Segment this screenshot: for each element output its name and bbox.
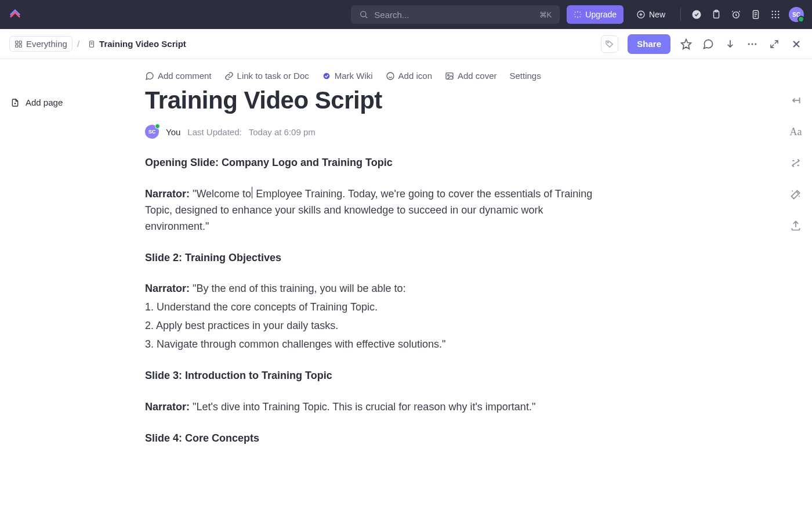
list-item-2[interactable]: 2. Apply best practices in your daily ta… <box>145 318 603 334</box>
comment-plus-icon <box>145 71 154 81</box>
upload-icon[interactable] <box>789 219 802 232</box>
collapse-icon[interactable] <box>768 38 781 50</box>
star-icon[interactable] <box>680 38 693 50</box>
breadcrumb-separator: / <box>77 39 79 49</box>
svg-point-41 <box>448 74 449 76</box>
document-icon[interactable] <box>749 8 762 21</box>
format-rail: Aa <box>780 59 812 506</box>
author-avatar[interactable]: SC <box>145 125 159 139</box>
byline: SC You Last Updated: Today at 6:09 pm <box>145 125 603 139</box>
new-button[interactable]: New <box>630 5 671 24</box>
svg-point-15 <box>778 11 779 12</box>
svg-rect-23 <box>19 41 21 43</box>
comment-icon[interactable] <box>702 38 715 50</box>
doc-actions-bar: Add comment Link to task or Doc Mark Wik… <box>145 71 603 81</box>
svg-marker-30 <box>682 39 691 49</box>
breadcrumb-page[interactable]: Training Video Script <box>84 37 190 51</box>
add-page-icon <box>10 98 20 107</box>
page-title[interactable]: Training Video Script <box>145 86 603 114</box>
outdent-icon[interactable] <box>789 94 802 107</box>
divider <box>680 8 681 21</box>
svg-point-29 <box>608 42 609 43</box>
apps-grid-icon[interactable] <box>769 8 782 21</box>
svg-point-14 <box>775 11 776 12</box>
wiki-badge-icon <box>322 71 331 81</box>
heading-slide-3[interactable]: Slide 3: Introduction to Training Topic <box>145 368 603 384</box>
sparkle-icon <box>574 10 582 19</box>
text-style-icon[interactable]: Aa <box>789 125 802 138</box>
app-logo[interactable] <box>8 8 22 21</box>
download-icon[interactable] <box>724 38 737 50</box>
svg-point-33 <box>755 43 756 45</box>
search-input[interactable] <box>374 10 533 20</box>
page-icon <box>88 40 96 48</box>
add-page-button[interactable]: Add page <box>10 71 135 107</box>
svg-point-18 <box>778 14 779 15</box>
paragraph-narrator-3[interactable]: Narrator: "Let's dive into Training Topi… <box>145 399 603 415</box>
list-item-1[interactable]: 1. Understand the core concepts of Train… <box>145 299 603 316</box>
emoji-icon <box>386 71 395 81</box>
link-task-action[interactable]: Link to task or Doc <box>224 71 309 81</box>
search-icon <box>359 10 368 19</box>
plus-circle-icon <box>636 10 646 19</box>
tag-button[interactable] <box>601 35 618 53</box>
breadcrumb-root[interactable]: Everything <box>9 36 72 52</box>
svg-rect-25 <box>19 45 21 47</box>
more-icon[interactable] <box>746 38 759 50</box>
add-comment-action[interactable]: Add comment <box>145 71 212 81</box>
add-cover-action[interactable]: Add cover <box>445 71 497 81</box>
search-shortcut: ⌘K <box>539 10 552 19</box>
alarm-icon[interactable] <box>730 8 742 21</box>
svg-rect-22 <box>16 41 18 43</box>
heading-slide-4[interactable]: Slide 4: Core Concepts <box>145 431 603 447</box>
updated-label: Last Updated: <box>187 127 241 137</box>
author-name: You <box>166 127 180 137</box>
svg-point-21 <box>778 17 779 18</box>
mark-wiki-action[interactable]: Mark Wiki <box>322 71 373 81</box>
paragraph-narrator-1[interactable]: Narrator: "Welcome to Employee Training.… <box>145 186 603 235</box>
updated-value: Today at 6:09 pm <box>249 127 316 137</box>
document-body[interactable]: Opening Slide: Company Logo and Training… <box>145 155 603 447</box>
svg-rect-24 <box>16 45 18 47</box>
settings-action[interactable]: Settings <box>510 71 541 81</box>
swap-icon[interactable] <box>789 157 802 169</box>
magic-wand-icon[interactable] <box>789 188 802 201</box>
close-icon[interactable] <box>790 38 803 50</box>
svg-point-39 <box>387 73 394 79</box>
svg-point-0 <box>361 12 366 17</box>
list-item-3[interactable]: 3. Navigate through common challenges wi… <box>145 337 603 353</box>
clipboard-icon[interactable] <box>710 8 723 21</box>
svg-point-32 <box>752 43 753 45</box>
svg-line-1 <box>365 16 367 18</box>
check-circle-icon[interactable] <box>690 8 703 21</box>
breadcrumb: Everything / Training Video Script <box>9 36 190 52</box>
heading-slide-2[interactable]: Slide 2: Training Objectives <box>145 250 603 266</box>
text-cursor <box>252 187 252 198</box>
svg-point-20 <box>775 17 776 18</box>
upgrade-button[interactable]: Upgrade <box>567 5 624 24</box>
svg-point-38 <box>323 73 329 79</box>
add-icon-action[interactable]: Add icon <box>386 71 432 81</box>
image-icon <box>445 71 454 81</box>
paragraph-narrator-2[interactable]: Narrator: "By the end of this training, … <box>145 281 603 297</box>
svg-point-17 <box>775 14 776 15</box>
grid-icon <box>14 40 23 48</box>
avatar[interactable]: SC <box>789 7 804 22</box>
svg-point-31 <box>748 43 750 45</box>
svg-point-16 <box>772 14 773 15</box>
svg-point-19 <box>772 17 773 18</box>
link-icon <box>224 71 234 81</box>
svg-point-13 <box>772 11 773 12</box>
svg-point-5 <box>693 10 701 19</box>
heading-opening-slide[interactable]: Opening Slide: Company Logo and Training… <box>145 155 603 171</box>
search-box[interactable]: ⌘K <box>351 5 560 24</box>
share-button[interactable]: Share <box>628 34 670 54</box>
